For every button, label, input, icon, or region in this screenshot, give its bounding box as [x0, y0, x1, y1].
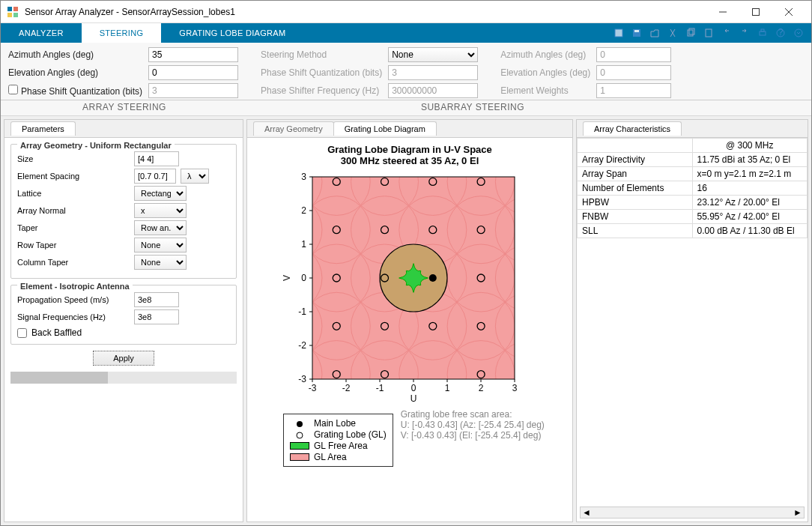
scan-line2: U: [-0.43 0.43] (Az: [-25.4 25.4] deg): [401, 420, 545, 430]
tab-array-geometry[interactable]: Array Geometry: [253, 121, 334, 136]
svg-rect-14: [760, 31, 766, 35]
input-propagation[interactable]: [134, 292, 179, 307]
collapse-ribbon-icon[interactable]: [790, 25, 807, 40]
undo-icon[interactable]: [718, 25, 735, 40]
parameters-panel: Parameters Array Geometry - Uniform Rect…: [4, 119, 243, 522]
input-weights: [596, 83, 671, 98]
table-row: Array Spanx=0 m y=2.1 m z=2.1 m: [578, 167, 808, 181]
svg-text:-1: -1: [376, 383, 384, 393]
select-spacing-unit[interactable]: λ: [181, 169, 209, 184]
svg-text:-3: -3: [298, 374, 306, 384]
grating-lobe-plot: -3-3-2-2-1-100112233UV: [275, 169, 545, 409]
svg-rect-92: [275, 169, 545, 177]
tab-steering[interactable]: STEERING: [82, 23, 162, 43]
save-icon[interactable]: [628, 25, 645, 40]
label-coltaper: Column Taper: [17, 258, 130, 267]
input-spacing[interactable]: [134, 169, 176, 184]
steering-panel: Azimuth Angles (deg) Elevation Angles (d…: [1, 43, 811, 100]
paste-icon[interactable]: [700, 25, 717, 40]
table-row: Array Directivity11.75 dBi at 35 Az; 0 E…: [578, 153, 808, 167]
table-row: SLL0.00 dB Az / 11.30 dB El: [578, 224, 808, 238]
label-frequencies: Signal Frequencies (Hz): [17, 312, 130, 321]
svg-text:2: 2: [479, 383, 484, 393]
ribbon-tabs: ANALYZER STEERING GRATING LOBE DIAGRAM ?: [1, 23, 811, 43]
parameters-hscroll[interactable]: [10, 372, 237, 384]
input-size[interactable]: [134, 151, 179, 166]
app-logo-icon: [7, 6, 19, 18]
diagram-panel: Array Geometry Grating Lobe Diagram Grat…: [246, 119, 573, 522]
label-baffled: Back Baffled: [31, 327, 82, 338]
checkbox-baffled[interactable]: [17, 328, 27, 338]
scan-line1: Grating lobe free scan area:: [401, 409, 545, 420]
svg-rect-11: [688, 30, 693, 36]
svg-point-126: [297, 432, 303, 438]
scroll-right-icon[interactable]: ►: [793, 507, 802, 518]
svg-rect-13: [706, 29, 712, 37]
label-psf: Phase Shifter Frequency (Hz): [261, 85, 382, 96]
characteristics-panel: Array Characteristics @ 300 MHz Array Di…: [576, 119, 808, 522]
svg-text:-2: -2: [342, 383, 351, 393]
redo-icon[interactable]: [736, 25, 753, 40]
svg-text:3: 3: [512, 383, 518, 393]
apply-button[interactable]: Apply: [93, 351, 154, 366]
svg-text:-1: -1: [298, 306, 306, 317]
svg-point-18: [795, 29, 802, 37]
svg-point-89: [429, 274, 437, 282]
label-steering-method: Steering Method: [261, 49, 382, 60]
svg-text:3: 3: [301, 172, 306, 182]
copy-icon[interactable]: [682, 25, 699, 40]
input-azimuth[interactable]: [148, 47, 238, 62]
characteristics-hscroll[interactable]: ◄ ►: [580, 507, 805, 519]
scroll-left-icon[interactable]: ◄: [582, 507, 591, 518]
section-array-steering: ARRAY STEERING: [1, 102, 248, 112]
main-lobe-swatch: [290, 420, 309, 427]
input-elevation[interactable]: [148, 65, 238, 80]
group-element: Element - Isotropic Antenna: [17, 282, 133, 291]
print-icon[interactable]: [754, 25, 771, 40]
tab-grating-lobe[interactable]: GRATING LOBE DIAGRAM: [161, 23, 303, 43]
legend-main-lobe: Main Lobe: [314, 418, 356, 429]
label-psq: Phase Shift Quantization (bits): [8, 85, 142, 97]
tab-characteristics[interactable]: Array Characteristics: [583, 121, 682, 136]
table-row: Number of Elements16: [578, 181, 808, 196]
tab-grating-lobe-diagram[interactable]: Grating Lobe Diagram: [333, 121, 437, 136]
minimize-button[interactable]: [706, 1, 739, 22]
tab-parameters[interactable]: Parameters: [10, 121, 76, 136]
select-steering-method[interactable]: None: [388, 47, 478, 62]
svg-rect-5: [753, 8, 760, 15]
svg-rect-8: [615, 29, 622, 37]
select-coltaper[interactable]: None: [134, 255, 187, 270]
input-elevation2: [596, 65, 671, 80]
label-spacing: Element Spacing: [17, 172, 130, 181]
tab-analyzer[interactable]: ANALYZER: [1, 23, 82, 43]
gl-area-swatch: [290, 453, 309, 461]
new-icon[interactable]: [610, 25, 627, 40]
help-icon[interactable]: ?: [772, 25, 789, 40]
input-psq: [148, 83, 238, 98]
title-bar: Sensor Array Analyzer - SensorArraySessi…: [1, 1, 811, 23]
svg-text:2: 2: [301, 205, 306, 216]
close-button[interactable]: [772, 1, 805, 22]
svg-text:1: 1: [301, 239, 306, 250]
select-normal[interactable]: x: [134, 203, 187, 218]
char-col-header: @ 300 MHz: [692, 139, 808, 153]
grating-lobe-swatch: [290, 431, 309, 438]
legend-gl-area: GL Area: [314, 452, 347, 462]
label-azimuth2: Azimuth Angles (deg): [500, 49, 590, 60]
checkbox-psq[interactable]: [8, 85, 18, 94]
svg-rect-10: [634, 30, 639, 32]
open-icon[interactable]: [646, 25, 663, 40]
free-scan-info: Grating lobe free scan area: U: [-0.43 0…: [401, 409, 545, 467]
select-rowtaper[interactable]: None: [134, 238, 187, 253]
label-lattice: Lattice: [17, 189, 130, 198]
input-frequencies[interactable]: [134, 309, 179, 324]
select-lattice[interactable]: Rectang...: [134, 186, 187, 201]
cut-icon[interactable]: [664, 25, 681, 40]
chart-area: Grating Lobe Diagram in U-V Space 300 MH…: [253, 144, 566, 516]
select-taper[interactable]: Row an...: [134, 220, 187, 235]
maximize-button[interactable]: [739, 1, 772, 22]
svg-text:0: 0: [301, 273, 306, 283]
svg-rect-3: [13, 13, 18, 17]
label-psq2: Phase Shift Quantization (bits): [261, 67, 382, 78]
svg-rect-90: [275, 169, 312, 409]
